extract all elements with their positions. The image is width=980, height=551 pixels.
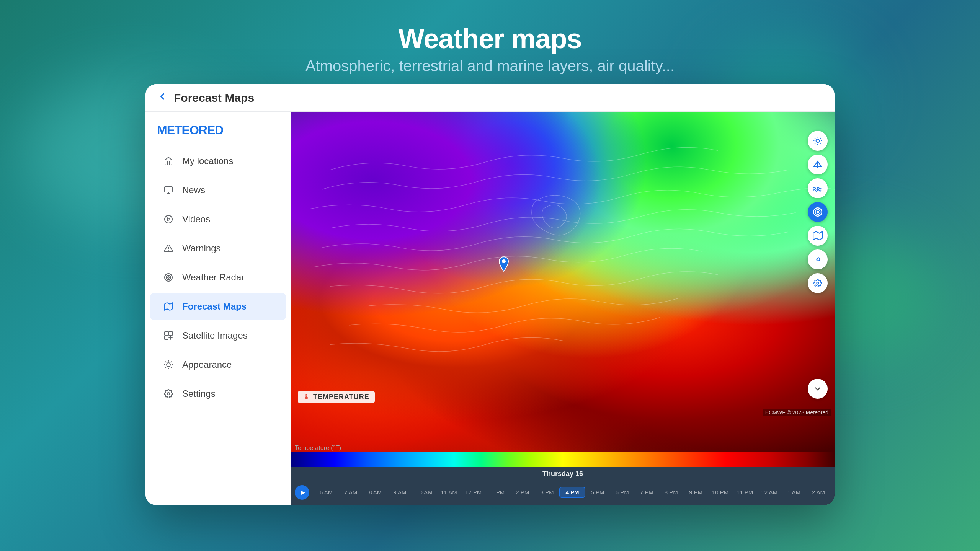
svg-rect-0 [165,187,172,192]
topbar-title: Forecast Maps [174,91,254,104]
sidebar-item-appearance[interactable]: Appearance [150,351,286,378]
appearance-label: Appearance [182,359,232,370]
thermometer-icon: 🌡 [303,393,310,401]
time-slot[interactable]: 11 PM [733,487,757,497]
svg-rect-14 [165,336,168,339]
time-slots: 6 AM7 AM8 AM9 AM10 AM11 AM12 PM1 PM2 PM3… [314,487,831,498]
sidebar-item-settings[interactable]: Settings [150,380,286,408]
page-subtitle: Atmospheric, terrestrial and marine laye… [0,57,980,75]
back-button[interactable] [157,91,168,105]
timeline-times: ▶ 6 AM7 AM8 AM9 AM10 AM11 AM12 PM1 PM2 P… [291,479,835,505]
time-slot[interactable]: 10 AM [412,487,436,497]
time-slot[interactable]: 12 AM [757,487,782,497]
satellite-icon [162,329,175,342]
svg-point-3 [165,215,172,223]
svg-marker-23 [813,231,822,240]
right-toolbar [808,131,828,293]
collapse-button[interactable] [808,379,828,399]
svg-marker-4 [168,218,170,221]
appearance-icon [162,358,175,372]
layer-name: TEMPERATURE [313,393,369,401]
time-slot[interactable]: 8 AM [363,487,387,497]
forecast-maps-label: Forecast Maps [182,301,247,312]
satellite-images-label: Satellite Images [182,330,248,341]
videos-label: Videos [182,214,210,225]
page-title: Weather maps [0,23,980,54]
svg-point-21 [815,210,820,215]
time-slot[interactable]: 6 PM [610,487,634,497]
sidebar-item-warnings[interactable]: Warnings [150,235,286,262]
svg-point-18 [816,139,820,143]
color-scale-bar [291,452,835,467]
timeline-bar: Thursday 16 ▶ 6 AM7 AM8 AM9 AM10 AM11 AM… [291,467,835,505]
time-slot[interactable]: 1 PM [486,487,510,497]
svg-marker-10 [164,303,173,310]
svg-point-20 [817,211,818,213]
warnings-icon [162,241,175,255]
time-slot[interactable]: 9 PM [683,487,708,497]
map-area[interactable]: 🌡 TEMPERATURE ECMWF © 2023 Meteored -40 … [291,112,835,505]
time-slot[interactable]: 2 AM [806,487,831,497]
svg-rect-13 [165,332,168,335]
sailing-layer-btn[interactable] [808,155,828,174]
svg-point-17 [502,259,506,263]
time-slot[interactable]: 4 PM [559,487,585,498]
svg-point-8 [166,275,171,280]
news-label: News [182,185,205,196]
warnings-label: Warnings [182,243,220,254]
timeline-date: Thursday 16 [291,467,835,479]
waves-layer-btn[interactable] [808,178,828,198]
main-content: METEORED My locations [145,112,835,505]
home-icon [162,154,175,168]
weather-radar-label: Weather Radar [182,272,244,283]
sidebar-item-forecast-maps[interactable]: Forecast Maps [150,293,286,320]
sidebar-item-weather-radar[interactable]: Weather Radar [150,264,286,291]
settings-icon [162,387,175,401]
hurricane-layer-btn[interactable] [808,249,828,269]
sidebar-item-satellite-images[interactable]: Satellite Images [150,322,286,349]
settings-label: Settings [182,388,216,399]
time-slot[interactable]: 7 AM [338,487,363,497]
svg-point-16 [167,393,170,395]
sidebar-item-videos[interactable]: Videos [150,205,286,233]
time-slot[interactable]: 1 AM [782,487,806,497]
app-window: Forecast Maps METEORED My locations [145,84,835,505]
svg-point-7 [168,277,169,278]
logo: METEORED [157,123,223,137]
sidebar-item-news[interactable]: News [150,176,286,204]
play-button[interactable]: ▶ [295,485,309,500]
map-layer-btn[interactable] [808,226,828,246]
location-pin [498,256,510,271]
time-slot[interactable]: 8 PM [659,487,683,497]
temp-unit: Temperature (°F) [295,445,341,452]
time-slot[interactable]: 5 PM [585,487,610,497]
temperature-label: 🌡 TEMPERATURE [298,391,375,403]
weather-map[interactable]: 🌡 TEMPERATURE ECMWF © 2023 Meteored [291,112,835,455]
forecast-maps-icon [162,300,175,313]
map-gradient [291,112,835,455]
time-slot[interactable]: 7 PM [634,487,659,497]
page-header: Weather maps Atmospheric, terrestrial an… [0,0,980,90]
sidebar: METEORED My locations [145,112,291,505]
time-slot[interactable]: 11 AM [436,487,461,497]
time-slot[interactable]: 9 AM [387,487,412,497]
play-icon: ▶ [301,489,305,496]
time-slot[interactable]: 10 PM [708,487,733,497]
news-icon [162,183,175,197]
radar-layer-btn[interactable] [808,202,828,222]
sidebar-item-my-locations[interactable]: My locations [150,147,286,175]
videos-icon [162,212,175,226]
svg-point-15 [167,363,170,367]
time-slot[interactable]: 6 AM [314,487,338,497]
layer-settings-btn[interactable] [808,273,828,293]
my-locations-label: My locations [182,156,233,166]
logo-area: METEORED [145,119,291,147]
time-slot[interactable]: 3 PM [535,487,559,497]
top-bar: Forecast Maps [145,84,835,112]
map-credit: ECMWF © 2023 Meteored [763,409,831,416]
time-slot[interactable]: 2 PM [510,487,535,497]
time-slot[interactable]: 12 PM [461,487,486,497]
svg-point-24 [817,282,819,284]
weather-layer-btn[interactable] [808,131,828,151]
radar-icon [162,271,175,284]
